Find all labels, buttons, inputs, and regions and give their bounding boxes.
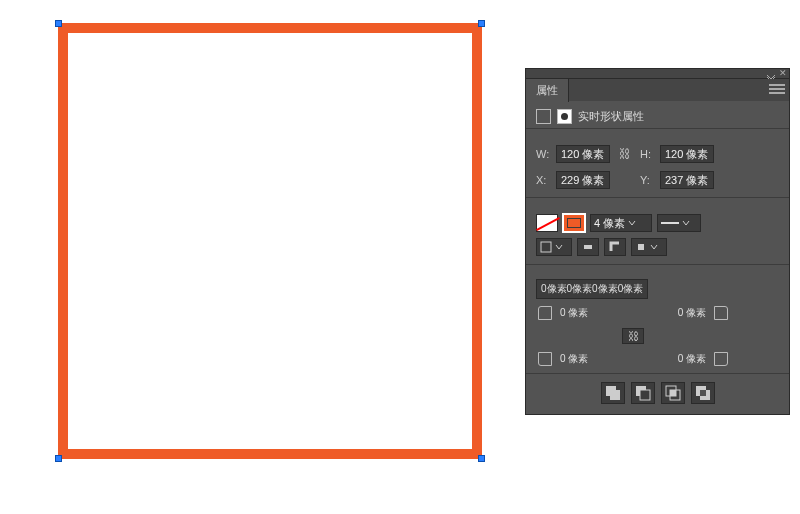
chevron-down-icon (628, 219, 636, 227)
corner-bl-input[interactable] (560, 354, 614, 365)
panel-top-bar: ✕ (525, 68, 790, 78)
stroke-width-input[interactable]: 4 像素 (590, 214, 652, 232)
panel-menu-icon[interactable] (769, 82, 785, 96)
corner-tr-input[interactable] (652, 308, 706, 319)
x-input[interactable] (556, 171, 610, 189)
svg-rect-1 (584, 245, 592, 249)
height-label: H: (640, 148, 654, 160)
y-label: Y: (640, 174, 654, 186)
corner-tl-input[interactable] (560, 308, 614, 319)
stroke-swatch[interactable] (563, 214, 585, 232)
stroke-align-select[interactable] (536, 238, 572, 256)
panel-section-title: 实时形状属性 (578, 109, 644, 124)
resize-handle-bottom-left[interactable] (55, 455, 62, 462)
pathop-exclude-button[interactable] (691, 382, 715, 404)
panel-tabs: 属性 (526, 79, 789, 101)
canvas-shape-selection[interactable] (58, 23, 482, 459)
pathop-unite-button[interactable] (601, 382, 625, 404)
fill-swatch[interactable] (536, 214, 558, 232)
stroke-options-select[interactable] (631, 238, 667, 256)
cap-type-button[interactable] (577, 238, 599, 256)
shape-type-icon (536, 109, 551, 124)
resize-handle-top-left[interactable] (55, 20, 62, 27)
svg-rect-8 (670, 390, 676, 396)
corner-tr-icon[interactable] (714, 306, 728, 320)
mask-icon (557, 109, 572, 124)
path-operations (526, 374, 789, 414)
svg-rect-5 (640, 390, 650, 400)
width-input[interactable] (556, 145, 610, 163)
stroke-width-value: 4 像素 (594, 216, 625, 231)
rectangle-shape[interactable] (58, 23, 482, 459)
resize-handle-bottom-right[interactable] (478, 455, 485, 462)
corner-type-button[interactable] (604, 238, 626, 256)
collapse-icon[interactable] (767, 71, 775, 77)
properties-panel: ✕ 属性 实时形状属性 W: ⛓ H: X: (525, 68, 790, 415)
x-label: X: (536, 174, 550, 186)
chevron-down-icon (555, 243, 563, 251)
svg-rect-11 (700, 390, 706, 396)
resize-handle-top-right[interactable] (478, 20, 485, 27)
height-input[interactable] (660, 145, 714, 163)
chevron-down-icon (650, 243, 658, 251)
pathop-intersect-button[interactable] (661, 382, 685, 404)
link-corners-icon[interactable]: ⛓ (622, 328, 644, 344)
svg-rect-2 (638, 244, 644, 250)
svg-rect-4 (610, 390, 620, 400)
width-label: W: (536, 148, 550, 160)
corner-br-input[interactable] (652, 354, 706, 365)
corner-br-icon[interactable] (714, 352, 728, 366)
corner-bl-icon[interactable] (538, 352, 552, 366)
close-icon[interactable]: ✕ (779, 69, 787, 78)
stroke-style-select[interactable] (657, 214, 701, 232)
link-wh-icon[interactable]: ⛓ (616, 147, 634, 161)
y-input[interactable] (660, 171, 714, 189)
solid-line-icon (661, 222, 679, 224)
pathop-subtract-button[interactable] (631, 382, 655, 404)
svg-rect-0 (541, 242, 551, 252)
tab-properties[interactable]: 属性 (526, 79, 569, 102)
corner-tl-icon[interactable] (538, 306, 552, 320)
chevron-down-icon (682, 219, 690, 227)
corner-radius-readout: 0像素0像素0像素0像素 (536, 279, 648, 299)
